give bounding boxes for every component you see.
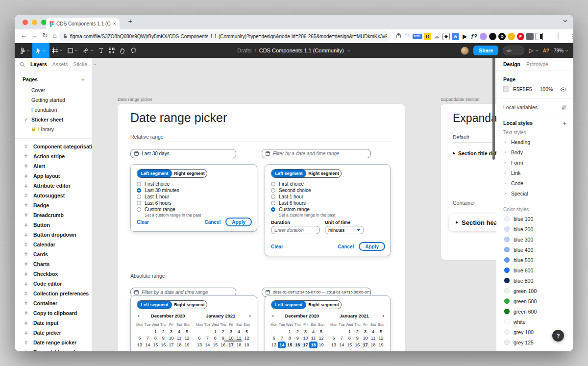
browser-menu-icon[interactable]: ⋮ (569, 33, 573, 40)
hand-tool-button[interactable] (117, 43, 128, 58)
tab-close-icon[interactable]: × (113, 21, 116, 26)
date-cell[interactable]: 16 (353, 342, 361, 348)
metrics-extension-icon[interactable]: 22771 (413, 34, 422, 39)
date-cell[interactable]: 16 (294, 342, 301, 348)
radio-icon[interactable] (137, 195, 141, 199)
segment-right[interactable]: Right segment (172, 170, 207, 177)
date-cell[interactable]: 13 (270, 342, 278, 348)
color-style-item[interactable]: blue 400 (496, 244, 573, 255)
date-cell[interactable]: 9 (159, 335, 167, 342)
unit-select[interactable]: minutes (325, 226, 364, 234)
radio-option[interactable]: Last 1 hour (137, 194, 253, 200)
text-tool-button[interactable] (96, 43, 106, 58)
date-cell[interactable]: 12 (183, 335, 191, 342)
date-cell[interactable]: 1 (345, 328, 353, 335)
date-cell[interactable]: 7 (278, 335, 286, 342)
cursor-extension-icon[interactable]: ▶ (461, 33, 468, 40)
translate-extension-icon[interactable]: A (452, 33, 459, 40)
date-cell[interactable]: 7 (203, 335, 211, 342)
frame-list-item[interactable]: #Date range picker (15, 338, 92, 347)
radio-option[interactable]: Last 6 hours (271, 200, 386, 206)
frame-list-item[interactable]: #Component categorisation Ov... (15, 142, 92, 151)
lock-extension-icon[interactable]: ▪ (508, 33, 515, 40)
text-style-item[interactable]: ›Special (496, 188, 573, 198)
date-cell[interactable]: 13 (136, 342, 144, 348)
cancel-button[interactable]: Cancel (204, 220, 220, 225)
variables-settings-icon[interactable] (562, 105, 566, 110)
pinterest-extension-icon[interactable]: P (517, 33, 524, 40)
date-cell[interactable]: 8 (151, 335, 159, 342)
date-cell[interactable]: 14 (203, 342, 211, 348)
frame-list-item[interactable]: #Button (15, 220, 92, 230)
frame-list-item[interactable]: #Action stripe (15, 151, 92, 161)
date-cell[interactable]: 17 (361, 342, 369, 348)
page-color-swatch[interactable] (503, 86, 509, 92)
user-avatar[interactable] (461, 47, 469, 55)
date-cell[interactable]: 8 (211, 335, 219, 342)
date-cell[interactable]: 18 (235, 342, 243, 348)
date-cell[interactable]: 18 (369, 342, 377, 348)
resources-tool-button[interactable] (106, 43, 117, 58)
page-item[interactable]: Getting started (15, 95, 92, 105)
frame-list-item[interactable]: #Badge (15, 200, 92, 210)
date-cell[interactable]: 6 (196, 335, 203, 342)
date-cell[interactable]: 12 (318, 335, 325, 342)
canvas-scrollbar-artifact[interactable] (224, 340, 243, 342)
clear-button[interactable]: Clear (271, 244, 283, 249)
color-style-item[interactable]: blue 800 (496, 275, 573, 286)
file-menu-chevron-icon[interactable] (347, 49, 351, 52)
frame-list-item[interactable]: #Date picker (15, 328, 92, 338)
segment-right[interactable]: Right segment (306, 170, 341, 177)
present-button[interactable]: ▷ (529, 47, 538, 54)
frame-list-item[interactable]: #Autosuggest (15, 191, 92, 200)
back-button[interactable]: ← (20, 32, 27, 39)
local-variables-row[interactable]: Local variables (496, 102, 573, 113)
home-button[interactable]: ⌂ (51, 32, 59, 39)
date-cell[interactable]: 6 (136, 335, 144, 342)
segment-left[interactable]: Left segment (271, 301, 306, 309)
reload-button[interactable]: ↻ (41, 32, 49, 39)
absolute-calendar-panel-1[interactable]: Left segment Right segment ‹ December 20… (130, 295, 257, 351)
main-menu-button[interactable] (18, 43, 32, 58)
zoom-level-menu[interactable]: 79% (554, 48, 568, 53)
date-cell[interactable]: 14 (338, 342, 345, 348)
cloud-extension-icon[interactable]: ☁ (433, 33, 441, 40)
date-cell[interactable]: 10 (301, 335, 309, 342)
date-cell[interactable]: 4 (175, 328, 183, 335)
visibility-eye-icon[interactable] (560, 87, 566, 92)
profile-avatar[interactable] (558, 32, 559, 41)
date-cell[interactable]: 11 (175, 335, 183, 342)
page-color-value[interactable]: E5E5E5 (513, 86, 532, 92)
date-cell[interactable]: 3 (227, 328, 235, 335)
date-cell[interactable]: 8 (286, 335, 294, 342)
file-name[interactable]: CDS Components 1.1 (Community) (259, 48, 344, 53)
tab-layers[interactable]: Layers (30, 61, 47, 67)
segment-left[interactable]: Left segment (137, 170, 172, 177)
close-window-button[interactable] (23, 20, 28, 25)
date-cell[interactable]: 5 (377, 328, 385, 335)
text-style-item[interactable]: ›Form (496, 157, 573, 168)
radio-icon[interactable] (137, 182, 141, 186)
color-style-item[interactable]: blue 100 (496, 214, 573, 224)
move-tool-button[interactable] (32, 43, 49, 58)
radio-icon[interactable] (137, 201, 141, 205)
date-cell[interactable]: 2 (219, 328, 227, 335)
date-cell[interactable]: 18 (175, 342, 183, 348)
frame-list-item[interactable]: #Code editor (15, 279, 92, 289)
date-cell[interactable]: 19 (318, 342, 325, 348)
date-cell[interactable]: 6 (270, 335, 278, 342)
date-cell[interactable]: 13 (330, 342, 338, 348)
radio-option[interactable]: Second choice (271, 187, 386, 194)
relative-dropdown-panel-2[interactable]: Left segment Right segment First choiceS… (265, 164, 391, 256)
mask-extension-icon[interactable] (489, 33, 496, 40)
date-cell[interactable]: 8 (345, 335, 353, 342)
new-tab-button[interactable]: + (125, 17, 135, 25)
date-cell[interactable]: 15 (286, 342, 294, 348)
section-header-card[interactable]: Section header (449, 214, 496, 231)
frame-list-item[interactable]: #Copy to clipboard (15, 308, 92, 318)
radio-option[interactable]: Custom range (271, 206, 386, 213)
share-button[interactable]: Share (473, 46, 498, 55)
page-opacity-value[interactable]: 100% (540, 86, 553, 92)
date-cell[interactable]: 19 (243, 342, 251, 348)
page-item[interactable]: ✓Sticker sheet (15, 115, 92, 124)
